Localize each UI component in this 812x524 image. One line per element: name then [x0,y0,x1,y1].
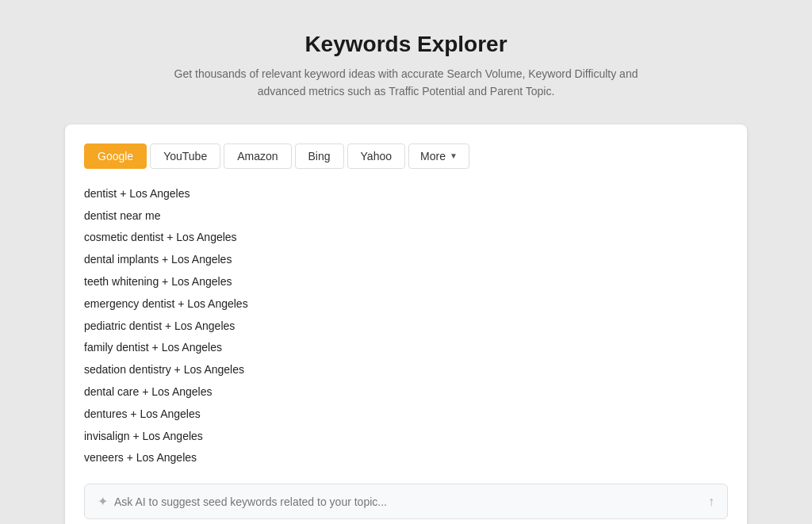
chevron-down-icon: ▼ [450,151,458,160]
keywords-list: dentist + Los Angeles dentist near me co… [84,185,728,468]
list-item: dental implants + Los Angeles [84,251,728,270]
list-item: emergency dentist + Los Angeles [84,295,728,314]
list-item: family dentist + Los Angeles [84,338,728,358]
tab-yahoo[interactable]: Yahoo [347,143,405,169]
list-item: invisalign + Los Angeles [84,427,728,446]
page-wrapper: Keywords Explorer Get thousands of relev… [65,32,747,524]
list-item: dentures + Los Angeles [84,405,728,424]
list-item: dentist + Los Angeles [84,185,728,204]
tab-more[interactable]: More ▼ [408,143,469,169]
ai-submit-icon[interactable]: ↑ [708,495,714,509]
list-item: veneers + Los Angeles [84,449,728,468]
tab-more-label: More [420,150,446,163]
list-item: cosmetic dentist + Los Angeles [84,228,728,247]
list-item: dental care + Los Angeles [84,383,728,402]
main-card: Google YouTube Amazon Bing Yahoo More ▼ … [65,124,747,524]
tab-bing[interactable]: Bing [295,143,344,169]
ai-input-wrapper[interactable]: ✦ ↑ [84,484,728,519]
page-subtitle: Get thousands of relevant keyword ideas … [168,65,644,101]
page-title: Keywords Explorer [168,32,644,57]
tab-google[interactable]: Google [84,143,147,169]
tab-youtube[interactable]: YouTube [150,143,220,169]
list-item: pediatric dentist + Los Angeles [84,317,728,336]
list-item: dentist near me [84,207,728,226]
ai-keyword-input[interactable] [114,495,708,508]
tab-amazon[interactable]: Amazon [224,143,291,169]
list-item: sedation dentistry + Los Angeles [84,361,728,380]
search-engine-tabs: Google YouTube Amazon Bing Yahoo More ▼ [84,143,728,169]
ai-icon: ✦ [98,494,108,509]
page-header: Keywords Explorer Get thousands of relev… [168,32,644,101]
list-item: teeth whitening + Los Angeles [84,273,728,292]
